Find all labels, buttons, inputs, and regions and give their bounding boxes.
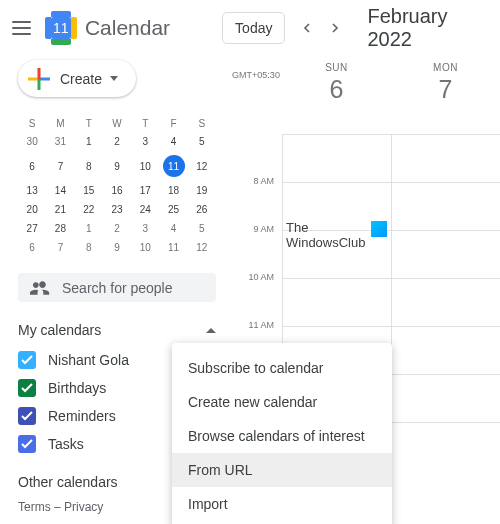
time-cell[interactable] — [391, 278, 500, 326]
mini-day[interactable]: 3 — [131, 219, 159, 238]
watermark-icon — [371, 221, 387, 237]
mini-day[interactable]: 7 — [46, 151, 74, 181]
calendar-label: Nishant Gola — [48, 352, 129, 368]
mini-day[interactable]: 28 — [46, 219, 74, 238]
mini-day[interactable]: 26 — [188, 200, 216, 219]
chevron-up-icon — [206, 328, 216, 333]
mini-day[interactable]: 6 — [18, 151, 46, 181]
menu-item[interactable]: Create new calendar — [172, 385, 392, 419]
time-cell[interactable] — [391, 182, 500, 230]
menu-item[interactable]: Subscribe to calendar — [172, 351, 392, 385]
plus-icon — [28, 68, 50, 90]
my-calendars-toggle[interactable]: My calendars — [18, 322, 216, 338]
current-range-title: February 2022 — [367, 5, 490, 51]
mini-day[interactable]: 14 — [46, 181, 74, 200]
mini-day[interactable]: 2 — [103, 219, 131, 238]
calendar-logo-icon: 11 — [45, 11, 77, 45]
checkbox-icon[interactable] — [18, 351, 36, 369]
mini-day[interactable]: 23 — [103, 200, 131, 219]
mini-day[interactable]: 24 — [131, 200, 159, 219]
mini-dow: W — [103, 115, 131, 132]
hour-label — [230, 134, 282, 182]
mini-dow: T — [75, 115, 103, 132]
time-cell[interactable] — [391, 374, 500, 422]
hour-label: 10 AM — [230, 272, 282, 320]
mini-day[interactable]: 5 — [188, 219, 216, 238]
checkbox-icon[interactable] — [18, 379, 36, 397]
mini-day[interactable]: 7 — [46, 238, 74, 257]
time-cell[interactable] — [391, 230, 500, 278]
menu-item[interactable]: Browse calendars of interest — [172, 419, 392, 453]
mini-day[interactable]: 6 — [18, 238, 46, 257]
privacy-link[interactable]: Privacy — [64, 500, 103, 514]
today-button[interactable]: Today — [222, 12, 285, 44]
checkbox-icon[interactable] — [18, 407, 36, 425]
menu-icon[interactable] — [10, 16, 33, 40]
mini-day[interactable]: 19 — [188, 181, 216, 200]
time-cell[interactable] — [391, 326, 500, 374]
my-calendars-label: My calendars — [18, 322, 101, 338]
mini-day[interactable]: 9 — [103, 238, 131, 257]
calendar-label: Reminders — [48, 408, 116, 424]
mini-day[interactable]: 1 — [75, 219, 103, 238]
mini-day[interactable]: 21 — [46, 200, 74, 219]
mini-calendar: SMTWTFS303112345678910111213141516171819… — [18, 115, 216, 257]
mini-day[interactable]: 2 — [103, 132, 131, 151]
mini-day[interactable]: 27 — [18, 219, 46, 238]
next-period-button[interactable] — [321, 14, 349, 42]
app-header: 11 Calendar Today February 2022 — [0, 0, 500, 56]
mini-day[interactable]: 9 — [103, 151, 131, 181]
mini-day[interactable]: 25 — [159, 200, 187, 219]
mini-day[interactable]: 10 — [131, 151, 159, 181]
mini-day[interactable]: 4 — [159, 219, 187, 238]
menu-item[interactable]: Import — [172, 487, 392, 521]
mini-dow: S — [188, 115, 216, 132]
checkbox-icon[interactable] — [18, 435, 36, 453]
mini-day[interactable]: 3 — [131, 132, 159, 151]
menu-item[interactable]: From URL — [172, 453, 392, 487]
search-placeholder: Search for people — [62, 280, 173, 296]
mini-day[interactable]: 30 — [18, 132, 46, 151]
search-people-input[interactable]: Search for people — [18, 273, 216, 302]
time-cell[interactable] — [282, 134, 391, 182]
mini-day[interactable]: 15 — [75, 181, 103, 200]
mini-day[interactable]: 17 — [131, 181, 159, 200]
chevron-down-icon — [110, 76, 118, 81]
hour-label: 8 AM — [230, 176, 282, 224]
calendar-label: Birthdays — [48, 380, 106, 396]
mini-day[interactable]: 4 — [159, 132, 187, 151]
mini-day[interactable]: 11 — [159, 238, 187, 257]
mini-day[interactable]: 11 — [159, 151, 187, 181]
people-search-icon — [30, 278, 50, 298]
mini-day[interactable]: 12 — [188, 151, 216, 181]
mini-day[interactable]: 1 — [75, 132, 103, 151]
create-label: Create — [60, 71, 102, 87]
mini-day[interactable]: 31 — [46, 132, 74, 151]
timezone-label: GMT+05:30 — [230, 56, 282, 134]
prev-period-button[interactable] — [293, 14, 321, 42]
time-cell[interactable] — [282, 278, 391, 326]
mini-day[interactable]: 22 — [75, 200, 103, 219]
day-column-header[interactable]: MON 7 — [391, 56, 500, 134]
day-column-header[interactable]: SUN 6 — [282, 56, 391, 134]
mini-day[interactable]: 10 — [131, 238, 159, 257]
brand-title: Calendar — [85, 16, 170, 40]
mini-day[interactable]: 16 — [103, 181, 131, 200]
time-cell[interactable] — [391, 422, 500, 470]
mini-day[interactable]: 12 — [188, 238, 216, 257]
mini-dow: S — [18, 115, 46, 132]
mini-day[interactable]: 13 — [18, 181, 46, 200]
mini-day[interactable]: 8 — [75, 151, 103, 181]
calendar-label: Tasks — [48, 436, 84, 452]
create-button[interactable]: Create — [18, 60, 136, 97]
mini-day[interactable]: 18 — [159, 181, 187, 200]
terms-link[interactable]: Terms — [18, 500, 51, 514]
mini-dow: T — [131, 115, 159, 132]
time-cell[interactable] — [391, 134, 500, 182]
mini-day[interactable]: 20 — [18, 200, 46, 219]
mini-day[interactable]: 8 — [75, 238, 103, 257]
mini-dow: M — [46, 115, 74, 132]
mini-day[interactable]: 5 — [188, 132, 216, 151]
watermark: TheWindowsClub — [286, 221, 387, 250]
mini-dow: F — [159, 115, 187, 132]
